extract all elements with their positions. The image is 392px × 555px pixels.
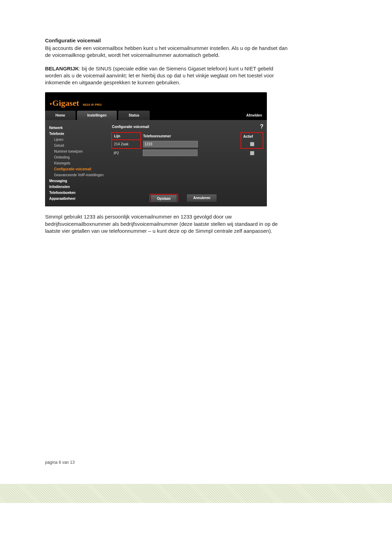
tab-status[interactable]: Status xyxy=(118,111,150,120)
active-checkbox-row1[interactable] xyxy=(250,142,254,146)
sidebar-item-nummer-toewijzen[interactable]: Nummer toewijzen xyxy=(49,148,110,154)
col-header-actief: Actief xyxy=(241,133,263,140)
tab-settings[interactable]: Instellingen xyxy=(77,111,117,120)
doc-paragraph-2: BELANGRIJK: bij de SINUS (speciale editi… xyxy=(45,65,288,86)
ui-header: Gigaset N510 IP PRO xyxy=(45,92,267,111)
col-header-telefoonnummer: Telefoonnummer xyxy=(141,133,241,140)
cancel-button[interactable]: Annuleren xyxy=(186,194,217,202)
doc-important-text: : bij de SINUS (speciale editie van de S… xyxy=(45,66,274,86)
sidebar-item-telefonie[interactable]: Telefonie xyxy=(49,131,110,137)
cell-lijn: 214 Zaak xyxy=(112,140,141,148)
doc-paragraph-1: Bij accounts die een voicemailbox hebben… xyxy=(45,45,288,59)
button-row: Opslaan Annuleren xyxy=(149,194,217,202)
help-icon[interactable]: ? xyxy=(260,123,263,130)
tab-home[interactable]: Home xyxy=(45,111,76,120)
sidebar-item-omleiding[interactable]: Omleiding xyxy=(49,154,110,160)
gigaset-admin-ui: Gigaset N510 IP PRO Home Instellingen St… xyxy=(45,92,267,206)
tab-bar: Home Instellingen Status Afmelden xyxy=(45,111,267,120)
col-header-lijn: Lijn xyxy=(112,133,141,140)
phone-input-row1[interactable] xyxy=(143,141,198,147)
sidebar: Netwerk Telefonie Lijnen Geluid Nummer t… xyxy=(45,120,111,206)
sidebar-item-infodiensten[interactable]: Infodiensten xyxy=(49,184,110,190)
sidebar-item-lijnen[interactable]: Lijnen xyxy=(49,137,110,143)
main-panel: Configuratie voicemail ? Lijn Telefoonnu… xyxy=(111,120,267,206)
doc-section-title: Configuratie voicemail xyxy=(45,37,347,43)
cell-lijn: IP2 xyxy=(112,148,141,157)
sidebar-item-messaging[interactable]: Messaging xyxy=(49,178,110,184)
table-row: IP2 xyxy=(112,148,263,157)
sidebar-item-geluid[interactable]: Geluid xyxy=(49,143,110,148)
main-panel-title: Configuratie voicemail xyxy=(111,124,263,132)
sidebar-item-configuratie-voicemail[interactable]: Configuratie voicemail xyxy=(49,166,110,172)
sidebar-item-geavanceerde-voip[interactable]: Geavanceerde VoIP-instellingen xyxy=(49,172,110,178)
sidebar-item-apparaatbeheer[interactable]: Apparaatbeheer xyxy=(49,196,110,202)
table-row: 214 Zaak xyxy=(112,140,263,148)
save-button-highlight: Opslaan xyxy=(149,194,178,202)
brand-logo: Gigaset xyxy=(52,99,79,108)
page-footer-decoration xyxy=(0,484,392,503)
logout-link[interactable]: Afmelden xyxy=(245,111,263,120)
save-button[interactable]: Opslaan xyxy=(150,195,177,203)
doc-paragraph-3: Simmpl gebruikt 1233 als persoonlijk voi… xyxy=(45,213,288,234)
voicemail-table: Lijn Telefoonnummer Actief 214 Zaak IP2 xyxy=(111,132,263,157)
doc-important-label: BELANGRIJK xyxy=(45,66,79,71)
brand-dot-icon xyxy=(50,103,52,105)
sidebar-item-netwerk[interactable]: Netwerk xyxy=(49,125,110,131)
page-number: pagina 8 van 13 xyxy=(45,460,75,465)
active-checkbox-row2[interactable] xyxy=(250,151,254,155)
sidebar-item-telefoonboeken[interactable]: Telefoonboeken xyxy=(49,190,110,196)
sidebar-item-kiesregels[interactable]: Kiesregels xyxy=(49,160,110,166)
brand-model: N510 IP PRO xyxy=(83,103,102,106)
phone-input-row2[interactable] xyxy=(143,150,198,156)
